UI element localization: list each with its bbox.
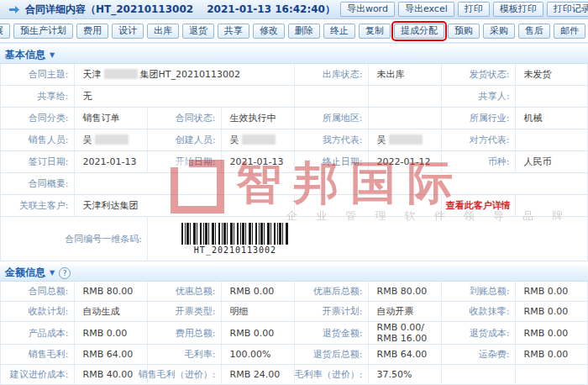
button-after-sales[interactable]: 售后	[518, 24, 550, 39]
field-label: 所属行业:	[442, 108, 516, 129]
amount-info-table: 合同总额:RMB 80.00优惠总额:RMB 0.00优惠后总额:RMB 80.…	[0, 282, 588, 385]
field-value: 吴	[222, 129, 296, 150]
field-label: 退货金额:	[295, 322, 369, 344]
action-toolbar: 通知关联客户关联父合同洽谈进展预生产计划费用设计出库退货共享修改删除终止复制提成…	[0, 19, 588, 44]
button-export-word[interactable]: 导出word	[340, 2, 395, 17]
button-template-print[interactable]: 模板打印	[493, 2, 543, 17]
field-value: 2022-01-12	[369, 151, 443, 172]
field-label: 开票类型:	[148, 302, 222, 321]
field-label: 费用总额:	[148, 322, 222, 344]
field-label: 合同主题:	[1, 64, 75, 85]
field-label: 运杂费:	[442, 345, 516, 364]
button-print[interactable]: 打印	[458, 2, 490, 17]
field-value	[516, 129, 588, 150]
button-expense[interactable]: 费用	[76, 24, 108, 39]
field-label: 产品成本:	[1, 322, 75, 344]
field-value	[295, 195, 442, 216]
field-value	[369, 86, 443, 107]
field-value: 未出库	[369, 64, 443, 85]
field-label: 退货成本:	[442, 322, 516, 344]
button-design[interactable]: 设计	[112, 24, 144, 39]
table-row: 产品成本:RMB 0.00费用总额:RMB 0.00退货金额:RMB 0.00/…	[1, 322, 587, 345]
field-value: RMB 0.00	[516, 322, 588, 344]
collapse-arrow-icon[interactable]: ▼	[50, 52, 55, 59]
field-value: 未发货	[516, 64, 588, 85]
field-label: 销售毛利:	[1, 345, 75, 364]
table-row: 销售毛利:RMB 64.00毛利率:100.00%退货后总额:RMB 64.00…	[1, 345, 587, 365]
field-label: 销售毛利（进价）:	[148, 365, 222, 384]
field-label: 收款抹零:	[442, 302, 516, 321]
field-value: 天津集团HT_20210113002	[75, 64, 296, 85]
button-commission-allocation[interactable]: 提成分配	[394, 24, 444, 39]
button-terminate[interactable]: 终止	[323, 24, 355, 39]
field-label: 币种:	[442, 151, 516, 172]
field-label: 合同概要:	[1, 173, 75, 194]
field-value: RMB 0.00	[75, 322, 149, 344]
field-value: 天津利达集团	[75, 195, 296, 216]
field-label: 毛利率（进价）:	[295, 365, 369, 384]
button-return-goods[interactable]: 退货	[182, 24, 214, 39]
field-label: 所属地区:	[295, 108, 369, 129]
field-value: 自动生成	[75, 302, 149, 321]
field-value: RMB 0.00	[516, 282, 588, 301]
basic-info-title: 基本信息	[5, 48, 45, 62]
field-value	[75, 173, 588, 194]
table-row: 共享给:无共享人:	[1, 86, 587, 108]
button-pre-production-plan[interactable]: 预生产计划	[13, 24, 73, 39]
table-row: 合同概要:	[1, 173, 587, 195]
button-stock-out[interactable]: 出库	[147, 24, 179, 39]
field-value: RMB 0.00/ RMB 16.00	[369, 322, 443, 344]
amount-info-header: 金额信息 ▼ ?	[0, 265, 588, 282]
field-label: 收款计划:	[1, 302, 75, 321]
table-row: 合同分类:销售订单合同状态:生效执行中所属地区:所属行业:机械	[1, 108, 587, 129]
field-value	[369, 108, 443, 129]
table-row: 建议进价成本:RMB 40.00销售毛利（进价）:RMB 24.00毛利率（进价…	[1, 365, 587, 385]
table-row: 合同编号一维条码:HT_20210113002	[1, 217, 587, 261]
field-label	[442, 365, 516, 384]
field-label: 签订日期:	[1, 151, 75, 172]
customer-detail-link[interactable]: 查看此客户详情	[442, 195, 516, 216]
button-purchase[interactable]: 采购	[483, 24, 515, 39]
field-value	[516, 365, 588, 384]
field-label: 建议进价成本:	[1, 365, 75, 384]
field-value	[516, 195, 588, 216]
basic-info-header: 基本信息 ▼	[0, 47, 588, 64]
field-value: RMB 80.00	[369, 282, 443, 301]
field-value: RMB 0.00	[222, 322, 296, 344]
button-print-history[interactable]: 打印记录(0次)	[547, 2, 588, 17]
field-value: RMB 80.00	[75, 282, 149, 301]
button-delete[interactable]: 删除	[288, 24, 320, 39]
field-value: 自动开票	[369, 302, 443, 321]
collapse-arrow-icon[interactable]: ▼	[50, 270, 55, 277]
field-value: 人民币	[516, 151, 588, 172]
button-pre-purchase[interactable]: 预购	[448, 24, 480, 39]
button-export-excel[interactable]: 导出excel	[398, 2, 454, 17]
field-value: RMB 0.00	[516, 345, 588, 364]
field-value: 生效执行中	[222, 108, 296, 129]
redacted-text	[95, 134, 129, 145]
table-row: 收款计划:自动生成开票类型:明细开票计划:自动开票收款抹零:RMB 0.00	[1, 302, 587, 322]
table-row: 合同总额:RMB 80.00优惠总额:RMB 0.00优惠后总额:RMB 80.…	[1, 282, 587, 302]
button-modify[interactable]: 修改	[253, 24, 285, 39]
field-value: 无	[75, 86, 296, 107]
field-label: 开票计划:	[295, 302, 369, 321]
field-label: 出库状态:	[295, 64, 369, 85]
field-label: 发货状态:	[442, 64, 516, 85]
button-share[interactable]: 共享	[218, 24, 249, 39]
field-label: 合同总额:	[1, 282, 75, 301]
field-label: 关联主客户:	[1, 195, 75, 216]
field-value: 明细	[222, 302, 296, 321]
basic-info-table: 合同主题:天津集团HT_20210113002出库状态:未出库发货状态:未发货共…	[0, 64, 588, 261]
redacted-text	[389, 134, 423, 145]
button-negotiation-progress[interactable]: 洽谈进展	[0, 24, 10, 39]
redacted-text	[242, 134, 276, 145]
help-icon[interactable]: ?	[59, 267, 71, 279]
field-value	[516, 86, 588, 107]
field-value: RMB 0.00	[222, 282, 296, 301]
field-label: 终止日期:	[295, 151, 369, 172]
field-value: HT_20210113002	[148, 217, 588, 261]
button-mail[interactable]: 邮件	[554, 24, 585, 39]
field-label: 销售人员:	[1, 129, 75, 150]
table-row: 合同主题:天津集团HT_20210113002出库状态:未出库发货状态:未发货	[1, 64, 587, 86]
button-copy[interactable]: 复制	[359, 24, 391, 39]
